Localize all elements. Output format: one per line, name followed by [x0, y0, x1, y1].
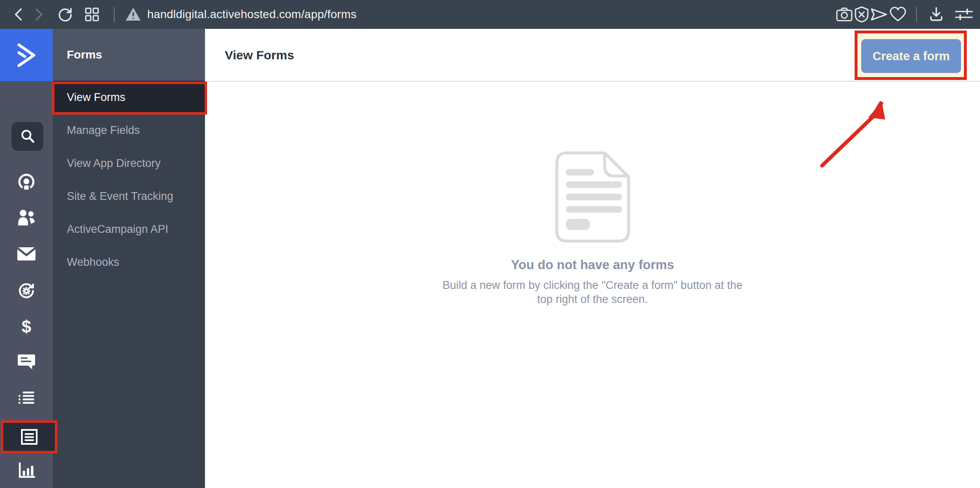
- preferences-icon[interactable]: [954, 0, 974, 29]
- sidebar-item-conversations[interactable]: [0, 345, 53, 378]
- empty-document-icon: [554, 150, 632, 244]
- camera-icon[interactable]: [834, 0, 854, 29]
- sidebar-search-button[interactable]: [12, 122, 43, 151]
- chat-icon: [17, 354, 35, 370]
- download-icon[interactable]: [926, 0, 946, 29]
- activecampaign-logo-glyph: [15, 42, 38, 68]
- screen: handldigital.activehosted.com/app/forms: [0, 0, 980, 488]
- sidebar-item-contacts[interactable]: [0, 166, 53, 199]
- sidebar-item-view-forms[interactable]: View Forms: [53, 81, 205, 114]
- main-content: View Forms Create a form You do n: [205, 29, 980, 488]
- contacts-icon: [18, 173, 35, 191]
- warning-triangle-icon[interactable]: [125, 0, 141, 29]
- send-icon[interactable]: [869, 0, 889, 29]
- forms-menu: View Forms Manage Fields View App Direct…: [53, 81, 205, 279]
- browser-toolbar: handldigital.activehosted.com/app/forms: [0, 0, 980, 29]
- forms-sidebar: Forms View Forms Manage Fields View App …: [53, 29, 205, 488]
- sidebar-item-webhooks[interactable]: Webhooks: [53, 246, 205, 279]
- sidebar-header: Forms: [53, 29, 205, 81]
- sidebar-item-reports[interactable]: [0, 454, 53, 487]
- menu-item-label: View Forms: [67, 91, 125, 104]
- activecampaign-logo[interactable]: [0, 29, 53, 81]
- url-bar[interactable]: handldigital.activehosted.com/app/forms: [147, 0, 356, 29]
- sidebar-item-site-event-tracking[interactable]: Site & Event Tracking: [53, 180, 205, 213]
- toolbar-divider: [916, 7, 917, 22]
- empty-state-body: Build a new form by clicking the "Create…: [436, 278, 749, 306]
- page-title: View Forms: [225, 29, 294, 82]
- audiences-icon: [17, 209, 36, 226]
- sidebar-item-manage-fields[interactable]: Manage Fields: [53, 114, 205, 147]
- dollar-icon: $: [21, 318, 31, 336]
- shield-block-icon[interactable]: [852, 0, 872, 29]
- sidebar-item-lists[interactable]: [0, 382, 53, 415]
- menu-item-label: Manage Fields: [67, 124, 140, 137]
- sidebar-item-audiences[interactable]: [0, 201, 53, 234]
- toolbar-divider: [114, 7, 115, 22]
- empty-state-heading: You do not have any forms: [205, 258, 980, 272]
- reload-icon[interactable]: [55, 0, 75, 29]
- sidebar-item-activecampaign-api[interactable]: ActiveCampaign API: [53, 213, 205, 246]
- forms-icon: [20, 429, 38, 445]
- sidebar-item-deals[interactable]: $: [0, 310, 53, 343]
- list-icon: [18, 391, 35, 406]
- sidebar-item-view-app-directory[interactable]: View App Directory: [53, 147, 205, 180]
- page-header: View Forms Create a form: [205, 29, 980, 82]
- sidebar-item-automations[interactable]: [0, 274, 53, 307]
- app-icon-sidebar: $: [0, 29, 53, 488]
- menu-item-label: Site & Event Tracking: [67, 190, 173, 203]
- heart-icon[interactable]: [888, 0, 908, 29]
- bar-chart-icon: [18, 462, 35, 479]
- back-icon[interactable]: [9, 0, 28, 29]
- empty-state: You do not have any forms Build a new fo…: [205, 82, 980, 306]
- sidebar-item-campaigns[interactable]: [0, 237, 53, 270]
- sidebar-item-forms[interactable]: [1, 420, 57, 453]
- automation-icon: [17, 282, 35, 300]
- menu-item-label: View App Directory: [67, 157, 161, 170]
- search-icon: [20, 129, 35, 144]
- menu-item-label: ActiveCampaign API: [67, 223, 168, 236]
- tab-grid-icon[interactable]: [82, 0, 102, 29]
- create-form-button[interactable]: Create a form: [861, 39, 961, 73]
- menu-item-label: Webhooks: [67, 256, 119, 269]
- forward-icon[interactable]: [29, 0, 49, 29]
- sidebar-title: Forms: [67, 48, 102, 61]
- mail-icon: [17, 247, 36, 261]
